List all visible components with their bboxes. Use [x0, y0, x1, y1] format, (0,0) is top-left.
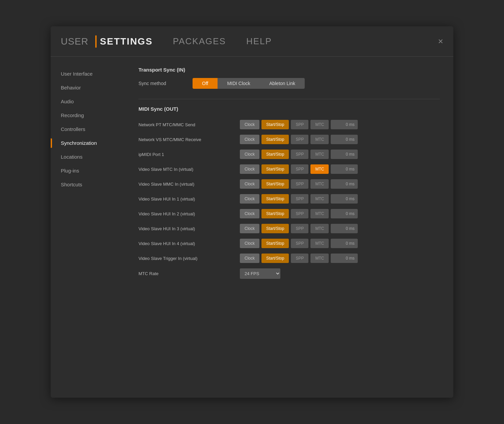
- ss-btn-0[interactable]: Start/Stop: [261, 120, 289, 129]
- sidebar-item-audio[interactable]: Audio: [51, 95, 125, 108]
- clock-btn-0[interactable]: Clock: [240, 120, 259, 129]
- clock-btn-7[interactable]: Clock: [240, 224, 259, 233]
- sidebar-item-shortcuts[interactable]: Shortcuts: [51, 178, 125, 191]
- sidebar-item-controllers[interactable]: Controllers: [51, 122, 125, 136]
- ss-btn-9[interactable]: Start/Stop: [261, 254, 289, 263]
- section-divider: [138, 99, 440, 99]
- ms-field-5[interactable]: [331, 194, 358, 204]
- sidebar-item-user-interface[interactable]: User Interface: [51, 67, 125, 81]
- clock-btn-3[interactable]: Clock: [240, 164, 259, 174]
- transport-sync-section: Transport Sync (IN) Sync method Off MIDI…: [138, 67, 440, 89]
- midi-row-7: Video Slave HUI In 3 (virtual) Clock Sta…: [138, 221, 440, 236]
- midi-label-0: Network PT MTC/MMC Send: [138, 122, 240, 127]
- sync-off-button[interactable]: Off: [193, 78, 218, 89]
- mtc-btn-8[interactable]: MTC: [310, 239, 329, 248]
- midi-sync-section: MIDI Sync (OUT) Network PT MTC/MMC Send …: [138, 106, 440, 282]
- midi-label-2: ipMIDI Port 1: [138, 152, 240, 157]
- nav-help[interactable]: HELP: [246, 36, 272, 47]
- close-button[interactable]: ×: [438, 36, 443, 47]
- mtc-rate-select[interactable]: 24 FPS 25 FPS 29.97 FPS 30 FPS: [240, 268, 280, 279]
- ss-btn-7[interactable]: Start/Stop: [261, 224, 289, 233]
- mtc-btn-4[interactable]: MTC: [310, 179, 329, 189]
- ss-btn-6[interactable]: Start/Stop: [261, 209, 289, 218]
- midi-controls-7: Clock Start/Stop SPP MTC: [240, 224, 358, 233]
- ms-field-3[interactable]: [331, 164, 358, 174]
- midi-controls-0: Clock Start/Stop SPP MTC: [240, 120, 358, 129]
- ms-field-0[interactable]: [331, 120, 358, 129]
- nav-packages[interactable]: PACKAGES: [173, 36, 226, 47]
- spp-btn-7[interactable]: SPP: [291, 224, 308, 233]
- mtc-btn-3[interactable]: MTC: [310, 164, 329, 174]
- spp-btn-2[interactable]: SPP: [291, 150, 308, 159]
- transport-sync-title: Transport Sync (IN): [138, 67, 440, 73]
- midi-controls-6: Clock Start/Stop SPP MTC: [240, 209, 358, 218]
- ms-field-4[interactable]: [331, 179, 358, 189]
- midi-controls-4: Clock Start/Stop SPP MTC: [240, 179, 358, 189]
- mtc-btn-7[interactable]: MTC: [310, 224, 329, 233]
- ms-field-1[interactable]: [331, 135, 358, 144]
- ss-btn-8[interactable]: Start/Stop: [261, 239, 289, 248]
- spp-btn-9[interactable]: SPP: [291, 254, 308, 263]
- spp-btn-5[interactable]: SPP: [291, 194, 308, 204]
- ms-field-6[interactable]: [331, 209, 358, 218]
- nav-settings[interactable]: SETTINGS: [95, 35, 153, 48]
- midi-label-6: Video Slave HUI In 2 (virtual): [138, 211, 240, 216]
- nav-bar: USER SETTINGS PACKAGES HELP ×: [51, 26, 453, 57]
- ms-field-2[interactable]: [331, 150, 358, 159]
- midi-row-9: Video Slave Trigger In (virtual) Clock S…: [138, 251, 440, 266]
- mtc-btn-2[interactable]: MTC: [310, 150, 329, 159]
- ss-btn-2[interactable]: Start/Stop: [261, 150, 289, 159]
- spp-btn-8[interactable]: SPP: [291, 239, 308, 248]
- sidebar-item-behavior[interactable]: Behavior: [51, 81, 125, 95]
- sidebar-item-locations[interactable]: Locations: [51, 150, 125, 164]
- sidebar-item-recording[interactable]: Recording: [51, 108, 125, 122]
- sync-method-buttons: Off MIDI Clock Ableton Link: [193, 78, 305, 89]
- clock-btn-6[interactable]: Clock: [240, 209, 259, 218]
- ms-field-7[interactable]: [331, 224, 358, 233]
- sidebar-item-plug-ins[interactable]: Plug-ins: [51, 164, 125, 178]
- spp-btn-4[interactable]: SPP: [291, 179, 308, 189]
- ms-field-9[interactable]: [331, 254, 358, 263]
- midi-controls-5: Clock Start/Stop SPP MTC: [240, 194, 358, 204]
- midi-row-2: ipMIDI Port 1 Clock Start/Stop SPP MTC: [138, 147, 440, 162]
- mtc-btn-9[interactable]: MTC: [310, 254, 329, 263]
- spp-btn-1[interactable]: SPP: [291, 135, 308, 144]
- mtc-rate-label: MTC Rate: [138, 271, 240, 276]
- clock-btn-9[interactable]: Clock: [240, 254, 259, 263]
- mtc-btn-6[interactable]: MTC: [310, 209, 329, 218]
- sidebar: User Interface Behavior Audio Recording …: [51, 57, 125, 398]
- midi-controls-1: Clock Start/Stop SPP MTC: [240, 135, 358, 144]
- ss-btn-5[interactable]: Start/Stop: [261, 194, 289, 204]
- clock-btn-8[interactable]: Clock: [240, 239, 259, 248]
- midi-label-9: Video Slave Trigger In (virtual): [138, 256, 240, 261]
- clock-btn-5[interactable]: Clock: [240, 194, 259, 204]
- midi-row-1: Network VS MTC/MMC Receive Clock Start/S…: [138, 132, 440, 147]
- midi-row-5: Video Slave HUI In 1 (virtual) Clock Sta…: [138, 191, 440, 206]
- sync-ableton-link-button[interactable]: Ableton Link: [260, 78, 305, 89]
- midi-row-6: Video Slave HUI In 2 (virtual) Clock Sta…: [138, 206, 440, 221]
- spp-btn-0[interactable]: SPP: [291, 120, 308, 129]
- mtc-btn-1[interactable]: MTC: [310, 135, 329, 144]
- midi-row-8: Video Slave HUI In 4 (virtual) Clock Sta…: [138, 236, 440, 251]
- sync-midi-clock-button[interactable]: MIDI Clock: [218, 78, 259, 89]
- clock-btn-1[interactable]: Clock: [240, 135, 259, 144]
- midi-sync-title: MIDI Sync (OUT): [138, 106, 440, 112]
- midi-label-1: Network VS MTC/MMC Receive: [138, 137, 240, 142]
- ms-field-8[interactable]: [331, 239, 358, 248]
- clock-btn-2[interactable]: Clock: [240, 150, 259, 159]
- midi-label-4: Video Slave MMC In (virtual): [138, 182, 240, 187]
- nav-user[interactable]: USER: [61, 36, 89, 47]
- sidebar-item-synchronization[interactable]: Synchronization: [51, 136, 125, 150]
- midi-row-4: Video Slave MMC In (virtual) Clock Start…: [138, 177, 440, 191]
- midi-controls-3: Clock Start/Stop SPP MTC: [240, 164, 358, 174]
- spp-btn-6[interactable]: SPP: [291, 209, 308, 218]
- ss-btn-1[interactable]: Start/Stop: [261, 135, 289, 144]
- clock-btn-4[interactable]: Clock: [240, 179, 259, 189]
- ss-btn-3[interactable]: Start/Stop: [261, 164, 289, 174]
- spp-btn-3[interactable]: SPP: [291, 164, 308, 174]
- mtc-btn-0[interactable]: MTC: [310, 120, 329, 129]
- mtc-btn-5[interactable]: MTC: [310, 194, 329, 204]
- body-layout: User Interface Behavior Audio Recording …: [51, 57, 453, 398]
- ss-btn-4[interactable]: Start/Stop: [261, 179, 289, 189]
- midi-row-3: Video Slave MTC In (virtual) Clock Start…: [138, 162, 440, 177]
